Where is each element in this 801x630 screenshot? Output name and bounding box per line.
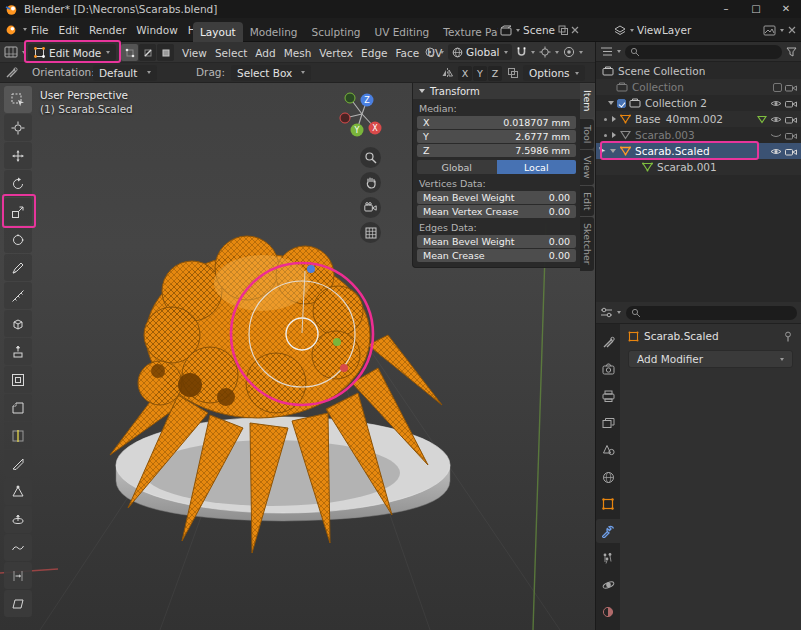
mean-vertex-crease-field[interactable]: Mean Vertex Crease0.00 xyxy=(417,205,576,218)
unlink-view-layer-icon[interactable] xyxy=(788,26,796,34)
new-scene-icon[interactable] xyxy=(558,25,568,35)
camera-toggle-icon[interactable] xyxy=(785,99,797,108)
tool-move[interactable] xyxy=(4,142,32,169)
close-button[interactable]: ✕ xyxy=(771,0,801,18)
tool-poly-build[interactable] xyxy=(4,478,32,505)
mirror-y-toggle[interactable]: Y xyxy=(473,66,487,81)
view-layer-icon[interactable] xyxy=(614,25,634,36)
expand-icon[interactable] xyxy=(612,132,616,138)
edge-select-icon[interactable] xyxy=(139,44,156,61)
mean-crease-field[interactable]: Mean Crease0.00 xyxy=(417,249,576,262)
workspace-tab-uv-editing[interactable]: UV Editing xyxy=(368,22,437,42)
tab-modifiers[interactable] xyxy=(596,519,620,543)
n-tab-view[interactable]: View xyxy=(580,150,594,185)
n-tab-item[interactable]: Item xyxy=(580,84,594,118)
camera-toggle-icon[interactable] xyxy=(785,115,797,124)
collection2-checkbox[interactable] xyxy=(617,99,626,108)
workspace-tab-texture-paint[interactable]: Texture Paint xyxy=(436,22,498,42)
tool-knife[interactable] xyxy=(4,450,32,477)
pivot-point-icon[interactable] xyxy=(424,46,444,58)
collection-exclude-checkbox[interactable] xyxy=(773,83,782,92)
tab-physics[interactable] xyxy=(596,573,620,597)
tool-shear[interactable] xyxy=(4,590,32,617)
tool-transform[interactable] xyxy=(4,226,32,253)
n-tab-tool[interactable]: Tool xyxy=(580,119,594,149)
tool-rotate[interactable] xyxy=(4,170,32,197)
minimize-button[interactable]: – xyxy=(711,0,741,18)
median-x-field[interactable]: X0.018707 mm xyxy=(417,116,576,129)
tab-world[interactable] xyxy=(596,465,620,489)
menu-select[interactable]: Select xyxy=(211,47,251,59)
tab-scene[interactable] xyxy=(596,438,620,462)
menu-edit[interactable]: Edit xyxy=(54,24,84,36)
orientation-dropdown[interactable]: Global xyxy=(448,44,512,60)
transform-panel-header[interactable]: Transform xyxy=(413,83,580,99)
blender-menu-icon[interactable] xyxy=(5,23,27,36)
unlink-scene-icon[interactable] xyxy=(571,26,579,34)
eye-toggle-icon[interactable] xyxy=(770,147,782,156)
outliner-display-mode-icon[interactable] xyxy=(600,46,621,57)
workspace-tab-layout[interactable]: Layout xyxy=(193,22,243,42)
tool-settings-icon[interactable] xyxy=(5,67,18,79)
camera-toggle-icon[interactable] xyxy=(785,131,797,140)
properties-display-icon[interactable] xyxy=(600,307,621,318)
menu-mesh[interactable]: Mesh xyxy=(280,47,316,59)
vertex-select-icon[interactable] xyxy=(121,44,138,61)
tab-output[interactable] xyxy=(596,384,620,408)
mean-bevel-weight-edge-field[interactable]: Mean Bevel Weight0.00 xyxy=(417,235,576,248)
outliner-row-scarab-003[interactable]: Scarab.003 xyxy=(596,127,801,143)
scene-browse-icon[interactable] xyxy=(500,25,520,36)
expand-icon[interactable] xyxy=(610,149,616,153)
snap-magnet-icon[interactable] xyxy=(516,46,535,58)
snap-overlay-icon[interactable] xyxy=(507,67,519,79)
orientation-default-dropdown[interactable]: Default xyxy=(93,65,157,81)
workspace-tab-sculpting[interactable]: Sculpting xyxy=(304,22,367,42)
workspace-tab-modeling[interactable]: Modeling xyxy=(243,22,305,42)
editor-type-icon[interactable] xyxy=(4,46,26,58)
snap-target-icon[interactable] xyxy=(539,46,559,58)
tool-annotate[interactable] xyxy=(4,254,32,281)
outliner-row-scarab-scaled[interactable]: Scarab.Scaled xyxy=(596,143,801,159)
tool-extrude-region[interactable] xyxy=(4,338,32,365)
tool-loop-cut[interactable] xyxy=(4,422,32,449)
outliner-row-base-40mm[interactable]: Base_40mm.002 xyxy=(596,111,801,127)
menu-face[interactable]: Face xyxy=(392,47,424,59)
outliner-row-scarab-001[interactable]: Scarab.001 xyxy=(596,159,801,175)
mode-dropdown[interactable]: Edit Mode xyxy=(28,44,116,61)
tool-scale[interactable] xyxy=(4,198,32,225)
camera-toggle-icon[interactable] xyxy=(785,83,797,92)
tool-spin[interactable] xyxy=(4,506,32,533)
zoom-icon[interactable] xyxy=(360,147,381,168)
tool-add-cube[interactable] xyxy=(4,310,32,337)
tab-render[interactable] xyxy=(596,357,620,381)
tab-tool[interactable] xyxy=(596,330,620,354)
drag-dropdown[interactable]: Select Box xyxy=(231,65,311,81)
mirror-z-toggle[interactable]: Z xyxy=(488,66,502,81)
eye-closed-toggle-icon[interactable] xyxy=(770,131,782,140)
tool-select-box[interactable] xyxy=(4,86,32,113)
mirror-x-toggle[interactable]: X xyxy=(458,66,472,81)
navigation-gizmo[interactable]: Z Y X xyxy=(338,87,392,141)
view-layer-name[interactable]: ViewLayer xyxy=(637,24,691,36)
tab-material[interactable] xyxy=(596,600,620,624)
n-tab-sketcher[interactable]: Sketcher xyxy=(580,217,594,271)
render-image-icon[interactable] xyxy=(763,25,784,36)
menu-vertex[interactable]: Vertex xyxy=(315,47,357,59)
local-space-button[interactable]: Local xyxy=(497,160,577,174)
median-z-field[interactable]: Z7.5986 mm xyxy=(417,144,576,157)
proportional-editing-icon[interactable] xyxy=(563,46,583,58)
menu-view[interactable]: View xyxy=(178,47,211,59)
tool-measure[interactable] xyxy=(4,282,32,309)
pin-icon[interactable] xyxy=(783,331,793,342)
tool-bevel[interactable] xyxy=(4,394,32,421)
tool-inset-faces[interactable] xyxy=(4,366,32,393)
scene-name[interactable]: Scene xyxy=(523,24,555,36)
options-dropdown[interactable]: Options xyxy=(523,65,585,81)
tool-smooth[interactable] xyxy=(4,534,32,561)
outliner-search-input[interactable] xyxy=(625,45,782,59)
tab-object[interactable] xyxy=(596,492,620,516)
tab-particles[interactable] xyxy=(596,546,620,570)
expand-icon[interactable] xyxy=(612,116,616,122)
eye-toggle-icon[interactable] xyxy=(770,99,782,108)
expand-icon[interactable] xyxy=(608,101,614,105)
